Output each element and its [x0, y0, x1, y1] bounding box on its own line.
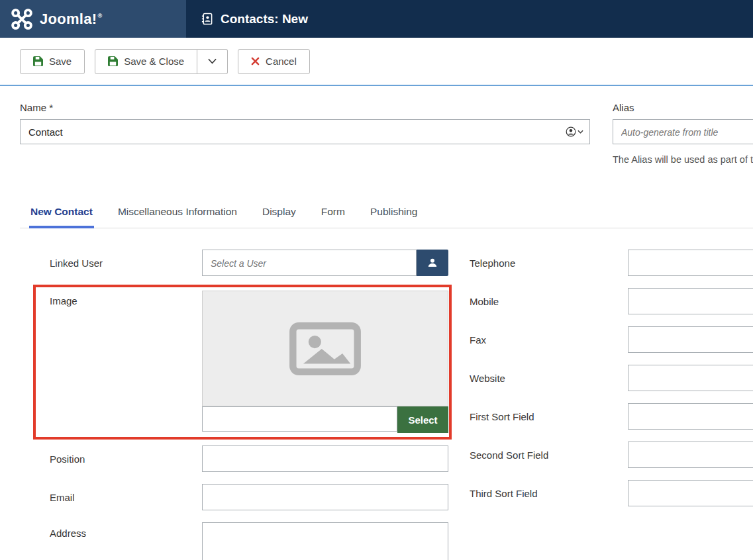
first-sort-field-input[interactable] [628, 403, 753, 430]
image-path-row: Select [202, 406, 448, 433]
joomla-logo[interactable]: Joomla!® [0, 0, 186, 38]
website-row: Website [470, 365, 753, 391]
name-field-group: Name * [20, 102, 590, 165]
tab-form[interactable]: Form [320, 206, 346, 228]
website-label: Website [470, 373, 628, 384]
save-button[interactable]: Save [20, 49, 85, 74]
linked-user-label: Linked User [50, 257, 202, 269]
new-contact-panel: Linked User [20, 228, 753, 560]
cancel-button[interactable]: Cancel [238, 49, 310, 74]
page-title: Contacts: New [221, 12, 308, 26]
chevron-down-icon [577, 130, 583, 134]
cancel-x-icon [251, 57, 260, 66]
alias-field-group: Alias The Alias will be used as part of … [613, 102, 753, 165]
registered-mark: ® [97, 13, 102, 19]
third-sort-field-label: Third Sort Field [470, 488, 628, 499]
address-textarea[interactable] [202, 522, 448, 560]
save-options-dropdown-button[interactable] [197, 49, 228, 74]
position-label: Position [50, 453, 202, 465]
position-row: Position [50, 445, 448, 472]
joomla-logo-icon [11, 8, 33, 30]
mobile-input[interactable] [628, 288, 753, 314]
address-book-icon [201, 13, 213, 25]
tab-publishing[interactable]: Publishing [369, 206, 419, 228]
linked-user-control [202, 250, 448, 276]
alias-label: Alias [613, 102, 753, 113]
linked-user-row: Linked User [50, 250, 448, 276]
joomla-wordmark: Joomla!® [40, 11, 102, 28]
image-placeholder-icon [288, 322, 362, 375]
header: Joomla!® Contacts: New [0, 0, 753, 38]
third-sort-field-row: Third Sort Field [470, 480, 753, 506]
image-field-highlight-box: Image Select [33, 285, 452, 440]
position-input[interactable] [202, 445, 448, 472]
address-row: Address [50, 522, 448, 560]
tab-miscellaneous-information[interactable]: Miscellaneous Information [117, 206, 238, 228]
name-input[interactable] [20, 119, 590, 144]
image-path-input[interactable] [202, 406, 397, 432]
chevron-down-icon [208, 58, 217, 64]
first-sort-field-label: First Sort Field [470, 411, 628, 422]
tab-display[interactable]: Display [261, 206, 297, 228]
second-sort-field-row: Second Sort Field [470, 442, 753, 468]
email-input[interactable] [202, 484, 448, 510]
alias-help-text: The Alias will be used as part of th [613, 154, 753, 165]
name-input-wrap [20, 119, 590, 144]
telephone-input[interactable] [628, 250, 753, 276]
linked-user-input [202, 250, 417, 276]
email-label: Email [50, 492, 202, 503]
save-close-button[interactable]: Save & Close [95, 49, 197, 74]
alias-input[interactable] [613, 119, 753, 144]
mobile-label: Mobile [470, 296, 628, 307]
fax-label: Fax [470, 334, 628, 346]
fax-row: Fax [470, 326, 753, 353]
tab-new-contact[interactable]: New Contact [29, 206, 94, 228]
save-close-button-group: Save & Close [95, 49, 228, 74]
name-label: Name * [20, 102, 590, 113]
website-input[interactable] [628, 365, 753, 391]
right-column: Telephone Mobile Fax Website First Sort … [470, 250, 753, 560]
user-icon [427, 257, 438, 268]
telephone-label: Telephone [470, 257, 628, 269]
email-row: Email [50, 484, 448, 510]
select-user-button[interactable] [417, 250, 448, 276]
autofill-adornment[interactable] [566, 126, 583, 137]
third-sort-field-input[interactable] [628, 480, 753, 506]
image-select-button[interactable]: Select [397, 406, 448, 433]
main-content: Name * [0, 86, 753, 560]
save-close-icon [108, 56, 118, 66]
second-sort-field-label: Second Sort Field [470, 449, 628, 461]
save-button-label: Save [49, 56, 72, 67]
title-area: Contacts: New [186, 0, 308, 38]
fax-input[interactable] [628, 326, 753, 353]
image-preview [202, 291, 448, 406]
save-close-button-label: Save & Close [124, 56, 184, 67]
first-sort-field-row: First Sort Field [470, 403, 753, 430]
title-fields-row: Name * [20, 102, 753, 165]
save-icon [33, 56, 43, 66]
image-widget: Select [202, 291, 448, 433]
image-label: Image [50, 291, 202, 433]
left-column: Linked User [50, 250, 448, 560]
second-sort-field-input[interactable] [628, 442, 753, 468]
telephone-row: Telephone [470, 250, 753, 276]
address-label: Address [50, 522, 202, 539]
tab-bar: New Contact Miscellaneous Information Di… [20, 206, 753, 228]
cancel-button-label: Cancel [266, 56, 297, 67]
toolbar: Save Save & Close [0, 38, 753, 86]
mobile-row: Mobile [470, 288, 753, 314]
person-circle-icon [566, 126, 576, 137]
